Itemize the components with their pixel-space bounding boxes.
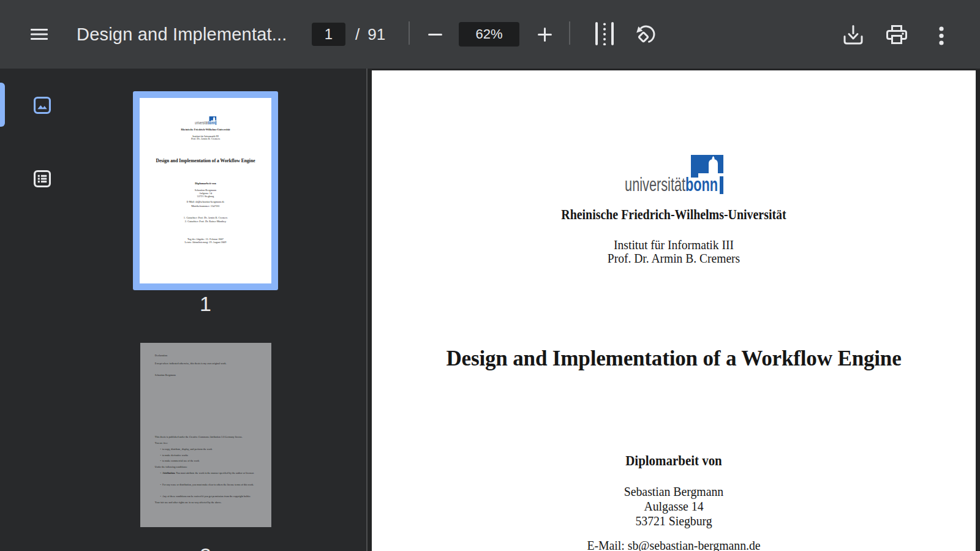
download-button[interactable] [839, 20, 868, 50]
institute-block: Institut für Informatik III Prof. Dr. Ar… [393, 238, 955, 266]
uni-bonn-logo-descender [216, 121, 216, 125]
uni-bonn-logo-descender [720, 176, 723, 194]
thesis-subtitle: Diplomarbeit von [145, 181, 267, 185]
author-address: Sebastian Bergmann Aulgasse 14 53721 Sie… [143, 188, 267, 198]
document-title: Design and Implementat... [77, 0, 287, 69]
declaration-signature: Sebastian Bergmann [155, 373, 258, 377]
fit-width-button[interactable] [590, 19, 619, 48]
declaration-heading: Declaration [155, 354, 258, 357]
document-viewer: universitätbonn Rheinische Friedrich-Wil… [368, 69, 980, 551]
matriculation-number: Matrikelnummer: 1347361 [143, 204, 267, 208]
thumbnails-view-button[interactable] [31, 94, 53, 116]
thumbnail-page-2[interactable]: Declaration Except where indicated other… [140, 343, 271, 527]
thesis-subtitle: Diplomarbeit von [393, 453, 955, 469]
toolbar-separator [569, 21, 570, 45]
pdf-toolbar: Design and Implementat... / 91 62% [0, 0, 980, 69]
thumbnail-label-1: 1 [133, 293, 278, 314]
dates: Tag der Abgabe: 13. Februar 2007 Letzte … [143, 237, 267, 244]
hamburger-menu-icon [31, 29, 48, 40]
zoom-out-button[interactable] [420, 20, 450, 48]
outline-view-button[interactable] [31, 168, 53, 190]
thumbnail-page-1[interactable]: universitätbonn Rheinische Friedrich-Wil… [133, 91, 278, 290]
page-total: 91 [368, 25, 385, 44]
declaration-text: Except where indicated otherwise, this t… [155, 362, 258, 365]
rotate-button[interactable] [631, 19, 660, 48]
menu-button[interactable] [24, 22, 54, 47]
print-icon [886, 25, 907, 46]
page-divider: / [355, 25, 360, 44]
institute-block: Institut für Informatik III Prof. Dr. Ar… [145, 135, 267, 141]
university-name: Rheinische Friedrich-Wilhelms-Universitä… [407, 207, 941, 223]
active-panel-indicator [0, 83, 5, 127]
thumbnail-label-2: 2 [133, 545, 278, 551]
more-options-button[interactable] [927, 21, 956, 50]
fit-width-icon [595, 22, 614, 45]
page-number-input[interactable] [312, 23, 345, 46]
more-vert-icon [939, 26, 944, 45]
author-email: E-Mail: sb@sebastian-bergmann.de [390, 538, 958, 551]
pdf-page-1: universitätbonn Rheinische Friedrich-Wil… [372, 70, 976, 551]
page-count: / 91 [355, 0, 385, 69]
author-address: Sebastian Bergmann Aulgasse 14 53721 Sie… [390, 484, 958, 528]
minus-icon [428, 34, 442, 36]
license-footer: Your fair use and other rights are in no… [155, 501, 258, 504]
thesis-title: Design and Implementation of a Workflow … [141, 158, 270, 163]
author-email: E-Mail: sb@sebastian-bergmann.de [143, 200, 267, 203]
license-intro: This thesis is published under the Creat… [155, 435, 258, 438]
uni-bonn-logo-text: universitätbonn [625, 175, 718, 194]
toolbar-separator [409, 21, 410, 45]
university-name: Rheinische Friedrich-Wilhelms-Universitä… [147, 128, 263, 132]
thumbnails-icon [34, 97, 51, 114]
thesis-title: Design and Implementation of a Workflow … [379, 346, 968, 370]
download-icon [843, 24, 864, 45]
thumbnail-page-1-preview: universitätbonn Rheinische Friedrich-Wil… [140, 98, 271, 283]
print-button[interactable] [882, 21, 911, 50]
plus-icon [538, 28, 552, 42]
outline-icon [34, 170, 51, 187]
thumbnail-sidebar: universitätbonn Rheinische Friedrich-Wil… [0, 69, 366, 551]
license-conditions-label: Under the following conditions: [155, 466, 258, 469]
rotate-ccw-icon [633, 21, 658, 46]
zoom-level[interactable]: 62% [459, 22, 519, 47]
referees: 1. Gutachter: Prof. Dr. Armin B. Cremers… [143, 216, 267, 223]
uni-bonn-logo-text: universitätbonn [195, 121, 215, 125]
zoom-in-button[interactable] [530, 20, 559, 48]
license-free-label: You are free: [155, 441, 258, 444]
